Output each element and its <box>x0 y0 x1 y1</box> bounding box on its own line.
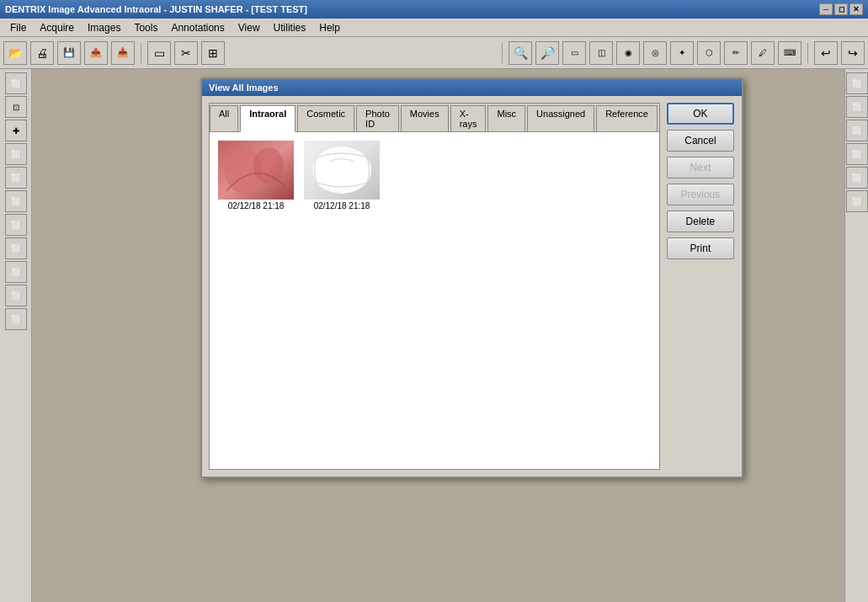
menu-file[interactable]: File <box>3 20 33 35</box>
left-sidebar: ⬜ ⊡ ✚ ⬜ ⬜ ⬜ ⬜ ⬜ ⬜ ⬜ ⬜ <box>0 69 32 602</box>
menu-tools[interactable]: Tools <box>127 20 164 35</box>
toolbar-export[interactable]: 📤 <box>84 41 108 65</box>
dialog-title: View All Images <box>202 79 742 96</box>
dialog-content: All Intraoral Cosmetic Photo ID Movies X… <box>202 96 742 477</box>
right-sidebar-btn-3[interactable]: ⬜ <box>846 120 868 141</box>
tab-xrays[interactable]: X-rays <box>450 105 487 131</box>
right-sidebar-btn-1[interactable]: ⬜ <box>846 72 868 94</box>
toolbar-import[interactable]: 📥 <box>111 41 135 65</box>
menu-help[interactable]: Help <box>312 20 347 35</box>
sidebar-btn-3[interactable]: ✚ <box>5 120 27 141</box>
toolbar-print[interactable]: 🖨 <box>30 41 54 65</box>
sidebar-btn-1[interactable]: ⬜ <box>5 72 27 94</box>
toolbar-zoom-in[interactable]: 🔍 <box>509 41 532 65</box>
main-area: ⬜ ⊡ ✚ ⬜ ⬜ ⬜ ⬜ ⬜ ⬜ ⬜ ⬜ View All Images Al… <box>0 69 868 602</box>
toolbar-tool4[interactable]: ◎ <box>643 41 667 65</box>
thumb-label-1: 02/12/18 21:18 <box>228 201 285 210</box>
sidebar-btn-4[interactable]: ⬜ <box>5 143 27 165</box>
sidebar-btn-7[interactable]: ⬜ <box>5 214 27 236</box>
thumb-image-1 <box>218 141 294 200</box>
sidebar-btn-11[interactable]: ⬜ <box>5 308 27 330</box>
close-button[interactable]: ✕ <box>849 3 863 15</box>
right-sidebar-btn-2[interactable]: ⬜ <box>846 96 868 118</box>
toolbar-sep-2 <box>502 43 503 63</box>
next-button[interactable]: Next <box>667 157 734 178</box>
toolbar-tool8[interactable]: 🖊 <box>751 41 775 65</box>
tab-photo-id[interactable]: Photo ID <box>356 105 399 131</box>
title-bar: DENTRIX Image Advanced Intraoral - JUSTI… <box>0 0 868 19</box>
menu-view[interactable]: View <box>232 20 267 35</box>
toolbar-tool2[interactable]: ◫ <box>589 41 613 65</box>
tab-reference[interactable]: Reference <box>596 105 658 131</box>
toolbar-tool3[interactable]: ◉ <box>616 41 640 65</box>
toolbar-open[interactable]: 📂 <box>3 41 27 65</box>
toolbar-sep-1 <box>141 43 141 63</box>
tab-panel: All Intraoral Cosmetic Photo ID Movies X… <box>209 103 660 470</box>
menu-utilities[interactable]: Utilities <box>267 20 313 35</box>
tab-misc[interactable]: Misc <box>487 105 525 131</box>
image-thumb-2[interactable]: 02/12/18 21:18 <box>302 139 381 462</box>
toolbar-tool1[interactable]: ▭ <box>562 41 586 65</box>
restore-button[interactable]: ◻ <box>834 3 848 15</box>
menu-acquire[interactable]: Acquire <box>33 20 81 35</box>
toolbar-save[interactable]: 💾 <box>57 41 81 65</box>
toolbar-sep-3 <box>807 43 808 63</box>
toolbar-select[interactable]: ▭ <box>147 41 171 65</box>
sidebar-btn-9[interactable]: ⬜ <box>5 261 27 283</box>
title-text: DENTRIX Image Advanced Intraoral - JUSTI… <box>5 4 307 14</box>
tab-movies[interactable]: Movies <box>401 105 449 131</box>
right-sidebar: ⬜ ⬜ ⬜ ⬜ ⬜ ⬜ <box>844 69 868 602</box>
toolbar-tool5[interactable]: ✦ <box>670 41 694 65</box>
print-button[interactable]: Print <box>667 237 734 259</box>
image-grid: 02/12/18 21:18 <box>210 132 659 469</box>
sidebar-btn-6[interactable]: ⬜ <box>5 190 27 212</box>
tab-all[interactable]: All <box>210 105 238 131</box>
canvas-area: View All Images All Intraoral Cosmetic P… <box>32 69 844 602</box>
toolbar-tool9[interactable]: ⌨ <box>778 41 801 65</box>
svg-point-2 <box>253 147 284 184</box>
cancel-button[interactable]: Cancel <box>667 130 734 152</box>
toolbar-undo[interactable]: ↩ <box>814 41 838 65</box>
toolbar-cut[interactable]: ✂ <box>174 41 198 65</box>
sidebar-btn-5[interactable]: ⬜ <box>5 167 27 189</box>
tab-cosmetic[interactable]: Cosmetic <box>297 105 354 131</box>
toolbar-redo[interactable]: ↪ <box>841 41 865 65</box>
menu-bar: File Acquire Images Tools Annotations Vi… <box>0 19 868 37</box>
ok-button[interactable]: OK <box>667 103 734 125</box>
right-sidebar-btn-6[interactable]: ⬜ <box>846 190 868 212</box>
thumb-label-2: 02/12/18 21:18 <box>314 201 370 210</box>
thumb-image-2 <box>304 141 380 200</box>
tab-intraoral[interactable]: Intraoral <box>240 105 296 132</box>
menu-images[interactable]: Images <box>81 20 127 35</box>
sidebar-btn-8[interactable]: ⬜ <box>5 237 27 259</box>
right-sidebar-btn-4[interactable]: ⬜ <box>846 143 868 165</box>
minimize-button[interactable]: ─ <box>819 3 833 15</box>
toolbar-zoom-out[interactable]: 🔎 <box>535 41 559 65</box>
delete-button[interactable]: Delete <box>667 210 734 232</box>
sidebar-btn-10[interactable]: ⬜ <box>5 285 27 306</box>
toolbar: 📂 🖨 💾 📤 📥 ▭ ✂ ⊞ 🔍 🔎 ▭ ◫ ◉ ◎ ✦ ⬡ ✏ 🖊 ⌨ ↩ … <box>0 37 868 69</box>
previous-button[interactable]: Previous <box>667 184 734 205</box>
sidebar-btn-2[interactable]: ⊡ <box>5 96 27 118</box>
tab-unassigned[interactable]: Unassigned <box>527 105 594 131</box>
toolbar-grid[interactable]: ⊞ <box>201 41 225 65</box>
window-controls: ─ ◻ ✕ <box>819 3 863 15</box>
image-thumb-1[interactable]: 02/12/18 21:18 <box>216 139 296 462</box>
button-panel: OK Cancel Next Previous Delete Print <box>667 103 736 470</box>
toolbar-tool6[interactable]: ⬡ <box>697 41 721 65</box>
menu-annotations[interactable]: Annotations <box>164 20 231 35</box>
tab-bar: All Intraoral Cosmetic Photo ID Movies X… <box>210 104 659 132</box>
toolbar-tool7[interactable]: ✏ <box>724 41 748 65</box>
view-all-images-dialog: View All Images All Intraoral Cosmetic P… <box>200 77 743 478</box>
right-sidebar-btn-5[interactable]: ⬜ <box>846 167 868 189</box>
